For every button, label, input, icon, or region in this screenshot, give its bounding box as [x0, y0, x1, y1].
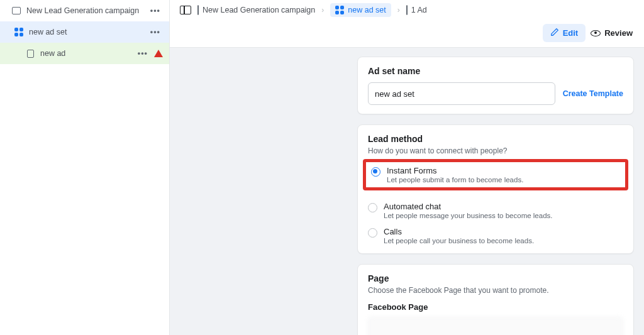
option-desc: Let people message your business to beco… [384, 212, 553, 219]
crumb-ad[interactable]: 1 Ad [406, 6, 427, 14]
adset-name-card: Ad set name Create Template [357, 57, 634, 114]
campaign-tree: New Lead Generation campaign ••• new ad … [0, 0, 170, 335]
adset-name-input[interactable] [368, 82, 555, 105]
crumb-campaign[interactable]: New Lead Generation campaign [197, 6, 315, 14]
highlight-instant-forms: Instant Forms Let people submit a form t… [363, 159, 628, 190]
radio-icon [371, 167, 380, 177]
lead-method-title: Lead method [368, 134, 623, 144]
lead-method-card: Lead method How do you want to connect w… [357, 124, 634, 254]
crumb-ad-label: 1 Ad [411, 6, 427, 14]
option-title: Instant Forms [387, 166, 523, 175]
eye-icon [591, 30, 601, 36]
option-title: Calls [384, 227, 534, 236]
breadcrumb: New Lead Generation campaign › new ad se… [170, 0, 644, 20]
tree-adset-row[interactable]: new ad set ••• [0, 21, 169, 43]
adset-icon [14, 27, 24, 37]
review-button[interactable]: Review [591, 28, 633, 38]
option-desc: Let people submit a form to become leads… [387, 176, 523, 184]
chevron-right-icon: › [321, 6, 324, 14]
option-title: Automated chat [384, 202, 553, 211]
option-desc: Let people call your business to become … [384, 237, 534, 244]
radio-icon [368, 228, 377, 238]
radio-calls[interactable]: Calls Let people call your business to b… [368, 227, 623, 244]
tree-ad-label: new ad [40, 49, 65, 58]
tree-ad-row[interactable]: new ad ••• [0, 43, 169, 64]
lead-method-sub: How do you want to connect with people? [368, 146, 623, 155]
adset-icon [335, 6, 344, 14]
ad-icon [25, 48, 35, 58]
ad-icon [406, 6, 408, 14]
page-title: Page [368, 273, 623, 283]
radio-icon [368, 203, 377, 212]
facebook-page-label: Facebook Page [368, 302, 623, 312]
pencil-icon [550, 28, 559, 38]
edit-button[interactable]: Edit [543, 24, 586, 42]
panel-toggle-icon[interactable] [180, 6, 191, 14]
tree-adset-label: new ad set [29, 28, 67, 36]
adset-name-title: Ad set name [368, 66, 623, 76]
review-label: Review [604, 28, 633, 38]
crumb-adset-label: new ad set [348, 6, 386, 14]
folder-icon [11, 6, 21, 16]
create-template-link[interactable]: Create Template [563, 89, 623, 98]
page-card: Page Choose the Facebook Page that you w… [357, 264, 634, 335]
tree-campaign-row[interactable]: New Lead Generation campaign ••• [0, 0, 169, 21]
crumb-campaign-label: New Lead Generation campaign [203, 6, 315, 14]
edit-label: Edit [563, 28, 579, 38]
more-icon[interactable]: ••• [135, 49, 150, 58]
more-icon[interactable]: ••• [148, 28, 163, 36]
more-icon[interactable]: ••• [148, 6, 163, 15]
tree-campaign-label: New Lead Generation campaign [26, 6, 139, 15]
radio-automated-chat[interactable]: Automated chat Let people message your b… [368, 202, 623, 219]
facebook-page-select[interactable] [368, 317, 623, 335]
crumb-adset[interactable]: new ad set [330, 3, 391, 17]
chevron-right-icon: › [397, 6, 400, 14]
folder-icon [197, 6, 199, 14]
radio-instant-forms[interactable]: Instant Forms Let people submit a form t… [371, 166, 620, 184]
page-sub: Choose the Facebook Page that you want t… [368, 286, 623, 295]
warning-icon [154, 50, 163, 57]
